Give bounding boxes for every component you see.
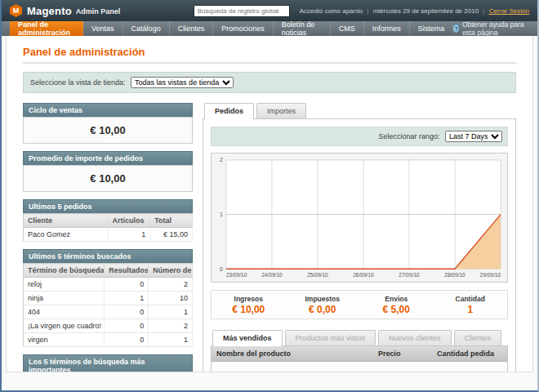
help-label: Obtener ayuda para esta página <box>462 20 528 37</box>
avg-order-widget: Promedio de importe de pedidos € 10,00 <box>23 151 193 192</box>
table-row: virgen01 <box>24 333 193 347</box>
tab-nuevos-clientes[interactable]: Nuevos clientes <box>378 330 452 345</box>
svg-text:1: 1 <box>220 212 223 217</box>
tab-clientes[interactable]: Clientes <box>454 330 502 345</box>
magento-admin-window: M Magento Admin Panel Accedió como apard… <box>0 0 539 392</box>
page-title: Panel de administración <box>23 46 516 58</box>
stat-cantidad: Cantidad 1 <box>434 295 508 315</box>
tab-productos-mas-vistos[interactable]: Productos más vistos <box>285 330 376 345</box>
orders-chart-container: 01223/09/1024/09/1025/09/1026/09/1027/09… <box>211 153 508 283</box>
sales-cycle-widget: Ciclo de ventas € 10,00 <box>23 103 193 144</box>
stat-envios: Envios € 5,00 <box>359 295 434 315</box>
svg-text:24/09/10: 24/09/10 <box>261 272 283 278</box>
logged-in-as: Accedió como apardo <box>300 7 363 15</box>
content-area: Panel de administración Seleccione la vi… <box>6 36 533 372</box>
magento-logo-icon: M <box>10 4 22 17</box>
svg-text:27/09/10: 27/09/10 <box>399 272 420 278</box>
store-view-switcher: Seleccione la vista de tienda: Todas las… <box>23 72 516 93</box>
top-search-terms-widget: Los 5 términos de búsqueda más important… <box>23 354 193 372</box>
totals-bar: Ingresos € 10,00 Impuestos € 0,00 Envios… <box>211 290 508 319</box>
svg-text:29/09/10: 29/09/10 <box>480 272 501 278</box>
help-link[interactable]: ? Obtener ayuda para esta página <box>453 21 537 36</box>
range-select[interactable]: Last 7 Days <box>445 131 502 142</box>
products-tabs: Más vendidos Productos más vistos Nuevos… <box>211 330 508 345</box>
tab-pedidos[interactable]: Pedidos <box>204 103 254 119</box>
nav-item-ventas[interactable]: Ventas <box>83 21 123 36</box>
table-row: 40401 <box>24 305 193 319</box>
widget-title: Ultimos 5 pedidos <box>23 199 193 213</box>
sales-cycle-value: € 10,00 <box>23 117 193 144</box>
tab-mas-vendidos[interactable]: Más vendidos <box>212 330 283 346</box>
session-info: Accedió como apardo | miércoles 29 de se… <box>300 7 529 15</box>
nav-item-catalogo[interactable]: Catálogo <box>123 21 170 36</box>
nav-item-dashboard[interactable]: Panel de administración <box>10 21 83 36</box>
dashboard-sidebar: Ciclo de ventas € 10,00 Promedio de impo… <box>23 103 193 372</box>
brand-name: Magento <box>27 5 72 17</box>
tab-importes[interactable]: Importes <box>256 103 306 118</box>
grid-empty-message: No se encontraron registros. <box>212 362 507 372</box>
stat-impuestos: Impuestos € 0,00 <box>286 295 360 315</box>
orders-panel: Seleccionar rango: Last 7 Days 01223/09/… <box>203 118 516 372</box>
svg-text:26/09/10: 26/09/10 <box>353 272 374 278</box>
widget-title: Los 5 términos de búsqueda más important… <box>23 354 193 372</box>
nav-item-boletin[interactable]: Boletín de noticias <box>274 21 331 36</box>
nav-item-cms[interactable]: CMS <box>331 21 364 36</box>
widget-title: Promedio de importe de pedidos <box>23 151 193 165</box>
logout-link[interactable]: Cerrar Sesión <box>489 7 529 15</box>
store-view-label: Seleccione la vista de tienda: <box>30 78 126 87</box>
chart-tabs: Pedidos Importes <box>203 103 516 118</box>
svg-text:28/09/10: 28/09/10 <box>444 272 466 278</box>
last-orders-table: Cliente Articulos Total Paco Gomez1€ 15,… <box>23 213 193 242</box>
widget-title: Ciclo de ventas <box>23 103 193 117</box>
table-row: ninja110 <box>24 292 193 305</box>
avg-order-value: € 10,00 <box>23 165 193 192</box>
range-label: Seleccionar rango: <box>378 132 439 140</box>
main-nav: Panel de administración Ventas Catálogo … <box>2 21 537 36</box>
last-search-terms-table: Término de búsqueda Resultados Número de… <box>23 263 193 347</box>
store-view-select[interactable]: Todas las vistas de tienda <box>131 77 234 88</box>
brand-suffix: Admin Panel <box>76 7 121 16</box>
table-row: ¡La virgen que cuadro!02 <box>24 319 193 333</box>
stat-ingresos: Ingresos € 10,00 <box>212 295 286 315</box>
svg-text:25/09/10: 25/09/10 <box>307 272 328 278</box>
bestsellers-grid: Nombre del producto Precio Cantidad pedi… <box>211 345 508 372</box>
nav-item-sistema[interactable]: Sistema <box>410 21 454 36</box>
last-search-terms-widget: Ultimos 5 términos buscados Término de b… <box>23 249 193 347</box>
help-icon: ? <box>453 24 459 33</box>
orders-chart: 01223/09/1024/09/1025/09/1026/09/1027/09… <box>212 154 507 282</box>
range-toolbar: Seleccionar rango: Last 7 Days <box>211 127 508 146</box>
svg-text:23/09/10: 23/09/10 <box>226 272 247 278</box>
svg-text:2: 2 <box>220 157 223 163</box>
widget-title: Ultimos 5 términos buscados <box>23 249 193 263</box>
last-orders-widget: Ultimos 5 pedidos Cliente Articulos Tota… <box>23 199 193 242</box>
top-bar: M Magento Admin Panel Accedió como apard… <box>2 0 537 21</box>
global-search-input[interactable] <box>194 5 290 17</box>
svg-text:0: 0 <box>220 266 223 272</box>
nav-item-informes[interactable]: Informes <box>364 21 410 36</box>
table-row: reloj02 <box>24 278 193 292</box>
table-row: Paco Gomez1€ 15,00 <box>24 228 193 242</box>
nav-item-promociones[interactable]: Promociones <box>213 21 274 36</box>
grid-header: Nombre del producto Precio Cantidad pedi… <box>212 346 507 362</box>
title-divider <box>23 62 516 64</box>
dashboard-main: Pedidos Importes Seleccionar rango: Last… <box>203 103 516 372</box>
nav-item-clientes[interactable]: Clientes <box>170 21 214 36</box>
current-date: miércoles 29 de septiembre de 2010 <box>373 7 479 15</box>
